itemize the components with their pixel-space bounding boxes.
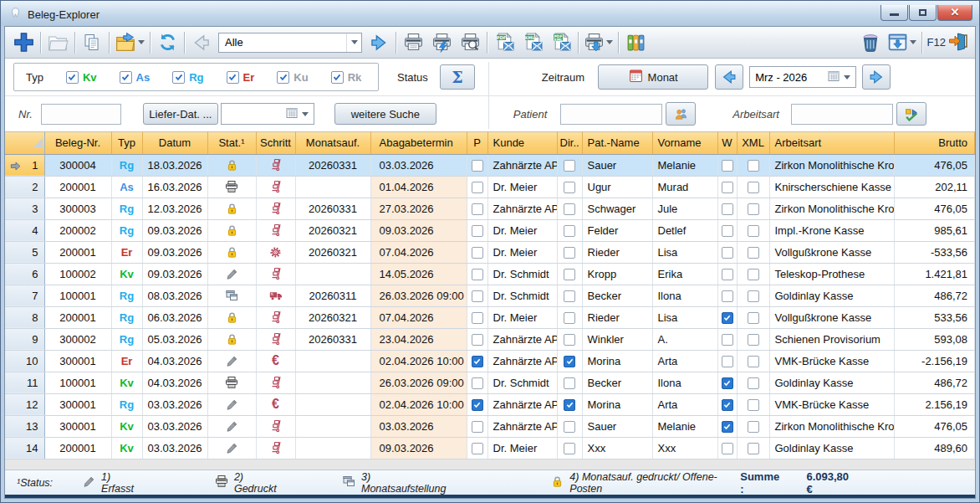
nr-input[interactable]: [41, 104, 121, 125]
cell-beleg[interactable]: 300004: [44, 154, 111, 176]
dir-checkbox[interactable]: [564, 225, 575, 237]
w-checkbox[interactable]: [722, 377, 733, 389]
cell-kunde[interactable]: Dr. Schmidt: [487, 372, 557, 393]
column-header-kunde[interactable]: Kunde: [487, 132, 557, 154]
cell-arbeitsart[interactable]: Teleskop-Prothese: [769, 263, 895, 285]
cell-beleg[interactable]: 300001: [44, 393, 111, 415]
cell-stat[interactable]: [207, 306, 256, 328]
cell-datum[interactable]: 04.03.2026: [142, 372, 207, 393]
maximize-button[interactable]: [909, 5, 937, 21]
cell-vorname[interactable]: A.: [652, 328, 717, 350]
monat-button[interactable]: Monat: [598, 64, 708, 90]
cell-brutto[interactable]: -2.156,19: [895, 350, 975, 372]
column-header-p[interactable]: P: [467, 132, 487, 154]
cell-stat[interactable]: [207, 393, 256, 415]
cell-abgabe[interactable]: 26.03.2026 09:00: [370, 285, 467, 306]
row-header[interactable]: 2: [5, 176, 44, 198]
cell-kunde[interactable]: Zahnärzte AP: [487, 415, 557, 437]
cell-brutto[interactable]: 202,11: [895, 176, 975, 198]
cell-vorname[interactable]: Melanie: [652, 415, 717, 437]
typ-checkbox[interactable]: [120, 71, 132, 84]
cell-abgabe[interactable]: 03.03.2026: [370, 154, 467, 176]
typ-option-kv[interactable]: Kv: [66, 71, 97, 84]
cell-schritt[interactable]: [256, 241, 295, 263]
p-checkbox[interactable]: [472, 421, 483, 433]
cell-typ[interactable]: Kv: [111, 437, 142, 459]
cell-datum[interactable]: 18.03.2026: [142, 154, 207, 176]
xml-checkbox[interactable]: [748, 399, 759, 411]
cell-beleg[interactable]: 200001: [44, 306, 111, 328]
cell-kunde[interactable]: Dr. Meier: [487, 219, 557, 241]
cell-monatsauf[interactable]: 20260331: [295, 154, 370, 176]
cell-datum[interactable]: 09.03.2026: [142, 219, 207, 241]
cell-typ[interactable]: Rg: [111, 393, 142, 415]
cell-datum[interactable]: 05.03.2026: [142, 328, 207, 350]
cell-stat[interactable]: [207, 219, 256, 241]
cell-abgabe[interactable]: 07.04.2026: [370, 306, 467, 328]
cell-brutto[interactable]: 486,72: [895, 285, 975, 306]
cell-kunde[interactable]: Dr. Meier: [487, 241, 557, 263]
cell-vorname[interactable]: Melanie: [652, 154, 717, 176]
cell-stat[interactable]: [207, 437, 256, 459]
xml-checkbox[interactable]: [748, 182, 759, 193]
dir-checkbox[interactable]: [564, 182, 575, 193]
cell-datum[interactable]: 03.03.2026: [142, 415, 207, 437]
cell-brutto[interactable]: -533,56: [895, 241, 975, 263]
cell-beleg[interactable]: 300001: [44, 415, 111, 437]
p-checkbox[interactable]: [472, 290, 483, 302]
p-checkbox[interactable]: [472, 399, 483, 411]
cell-schritt[interactable]: [256, 437, 295, 459]
cell-patname[interactable]: Sauer: [582, 415, 652, 437]
cell-monatsauf[interactable]: 20260331: [295, 198, 370, 219]
new-record-button[interactable]: [9, 29, 38, 56]
w-checkbox[interactable]: [722, 421, 733, 433]
cell-datum[interactable]: 03.03.2026: [142, 393, 207, 415]
xml-checkbox[interactable]: [748, 160, 759, 172]
column-header-rownum[interactable]: [5, 132, 44, 154]
cell-monatsauf[interactable]: [295, 415, 370, 437]
cell-kunde[interactable]: Zahnärzte AP: [487, 154, 557, 176]
cell-typ[interactable]: Rg: [111, 306, 142, 328]
cell-beleg[interactable]: 200001: [44, 241, 111, 263]
cell-monatsauf[interactable]: 20260311: [295, 285, 370, 306]
cell-schritt[interactable]: €: [256, 350, 295, 372]
cell-typ[interactable]: Rg: [111, 198, 142, 219]
send-xml-email-button[interactable]: XML: [518, 29, 547, 56]
column-header-abgabe[interactable]: Abagabetermin: [370, 132, 467, 154]
cell-abgabe[interactable]: 01.04.2026: [370, 176, 467, 198]
cell-schritt[interactable]: [256, 372, 295, 393]
cell-brutto[interactable]: 476,05: [895, 415, 975, 437]
column-header-typ[interactable]: Typ: [111, 132, 142, 154]
cell-datum[interactable]: 06.03.2026: [142, 306, 207, 328]
cell-arbeitsart[interactable]: Zirkon Monolithische Kron: [769, 198, 895, 219]
column-header-vorname[interactable]: Vorname: [652, 132, 717, 154]
typ-option-rg[interactable]: Rg: [172, 71, 203, 84]
cell-schritt[interactable]: [256, 176, 295, 198]
cell-abgabe[interactable]: 07.04.2026: [370, 241, 467, 263]
cell-typ[interactable]: Er: [111, 350, 142, 372]
row-header[interactable]: 5: [5, 241, 44, 263]
cell-stat[interactable]: [207, 154, 256, 176]
cell-patname[interactable]: Becker: [582, 372, 652, 393]
column-header-beleg[interactable]: Beleg-Nr.: [44, 132, 111, 154]
cell-datum[interactable]: 16.03.2026: [142, 176, 207, 198]
cell-vorname[interactable]: Arta: [652, 350, 717, 372]
cell-monatsauf[interactable]: 20260321: [295, 306, 370, 328]
p-checkbox[interactable]: [472, 247, 483, 259]
quick-print-button[interactable]: [427, 29, 456, 56]
cell-brutto[interactable]: 486,72: [895, 372, 975, 393]
p-checkbox[interactable]: [472, 160, 483, 172]
row-header[interactable]: 12: [5, 393, 44, 415]
cell-arbeitsart[interactable]: Knirscherschiene Kasse: [769, 176, 895, 198]
status-sum-button[interactable]: Σ: [440, 64, 475, 90]
send-pdf-xml-email-button[interactable]: PDFXML: [547, 29, 575, 56]
cell-beleg[interactable]: 300003: [44, 198, 111, 219]
cell-arbeitsart[interactable]: Vollgußkrone Kasse: [769, 306, 895, 328]
cell-abgabe[interactable]: 14.05.2026: [370, 263, 467, 285]
cell-typ[interactable]: As: [111, 176, 142, 198]
cell-arbeitsart[interactable]: VMK-Brücke Kasse: [769, 393, 895, 415]
cell-brutto[interactable]: 593,08: [895, 328, 975, 350]
dir-checkbox[interactable]: [564, 356, 575, 367]
cell-patname[interactable]: Schwager: [582, 198, 652, 219]
xml-checkbox[interactable]: [748, 377, 759, 389]
